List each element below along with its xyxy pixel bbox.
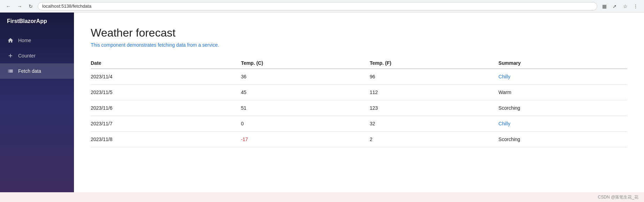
- address-bar[interactable]: localhost:5138/fetchdata: [38, 2, 597, 10]
- cell-tempc: 0: [241, 116, 370, 132]
- bottom-bar: CSDN @落笔生花_花: [0, 192, 644, 202]
- sidebar-nav: Home Counter Fetch data: [0, 30, 74, 81]
- cell-tempc: 45: [241, 85, 370, 100]
- cell-tempf: 32: [370, 116, 499, 132]
- table-row: 2023/11/651123Scorching: [91, 100, 627, 116]
- sidebar-fetchdata-label: Fetch data: [18, 68, 41, 74]
- cell-tempf: 123: [370, 100, 499, 116]
- col-header-date: Date: [91, 57, 241, 69]
- cell-date: 2023/11/8: [91, 132, 241, 147]
- main-content: Weather forecast This component demonstr…: [74, 13, 644, 192]
- weather-table: Date Temp. (C) Temp. (F) Summary 2023/11…: [91, 57, 627, 147]
- table-row: 2023/11/43696Chilly: [91, 69, 627, 85]
- menu-button[interactable]: ⋮: [631, 2, 640, 10]
- sidebar-item-fetchdata[interactable]: Fetch data: [0, 63, 74, 79]
- address-text: localhost:5138/fetchdata: [42, 3, 91, 9]
- cell-date: 2023/11/5: [91, 85, 241, 100]
- col-header-summary: Summary: [499, 57, 627, 69]
- bookmark-button[interactable]: ☆: [621, 2, 629, 10]
- sidebar: FirstBlazorApp Home Counter: [0, 13, 74, 192]
- footer-credit: CSDN @落笔生花_花: [598, 194, 638, 200]
- list-icon: [7, 68, 14, 75]
- cell-summary: Scorching: [499, 100, 627, 116]
- col-header-tempf: Temp. (F): [370, 57, 499, 69]
- extensions-button[interactable]: ▦: [600, 2, 608, 10]
- page-title: Weather forecast: [91, 26, 627, 39]
- cell-tempf: 112: [370, 85, 499, 100]
- cell-summary: Warm: [499, 85, 627, 100]
- cell-tempf: 96: [370, 69, 499, 85]
- cell-tempf: 2: [370, 132, 499, 147]
- browser-chrome: ← → ↻ localhost:5138/fetchdata ▦ ➚ ☆ ⋮: [0, 0, 644, 13]
- table-row: 2023/11/7032Chilly: [91, 116, 627, 132]
- table-row: 2023/11/545112Warm: [91, 85, 627, 100]
- table-header-row: Date Temp. (C) Temp. (F) Summary: [91, 57, 627, 69]
- sidebar-home-label: Home: [18, 38, 31, 43]
- refresh-button[interactable]: ↻: [27, 2, 35, 10]
- cell-summary: Chilly: [499, 69, 627, 85]
- page-subtitle: This component demonstrates fetching dat…: [91, 42, 627, 48]
- table-row: 2023/11/8-172Scorching: [91, 132, 627, 147]
- sidebar-brand: FirstBlazorApp: [0, 13, 74, 30]
- cell-tempc: 36: [241, 69, 370, 85]
- cell-tempc: -17: [241, 132, 370, 147]
- home-icon: [7, 37, 14, 44]
- sidebar-item-counter[interactable]: Counter: [0, 48, 74, 63]
- col-header-tempc: Temp. (C): [241, 57, 370, 69]
- sidebar-item-home[interactable]: Home: [0, 33, 74, 48]
- cell-summary: Scorching: [499, 132, 627, 147]
- cell-date: 2023/11/7: [91, 116, 241, 132]
- cell-summary: Chilly: [499, 116, 627, 132]
- back-button[interactable]: ←: [4, 2, 13, 10]
- cell-date: 2023/11/4: [91, 69, 241, 85]
- cell-date: 2023/11/6: [91, 100, 241, 116]
- app-container: FirstBlazorApp Home Counter: [0, 13, 644, 192]
- plus-icon: [7, 52, 14, 59]
- forward-button[interactable]: →: [15, 2, 24, 10]
- cell-tempc: 51: [241, 100, 370, 116]
- share-button[interactable]: ➚: [611, 2, 619, 10]
- sidebar-counter-label: Counter: [18, 53, 36, 59]
- browser-icon-group: ▦ ➚ ☆ ⋮: [600, 2, 640, 10]
